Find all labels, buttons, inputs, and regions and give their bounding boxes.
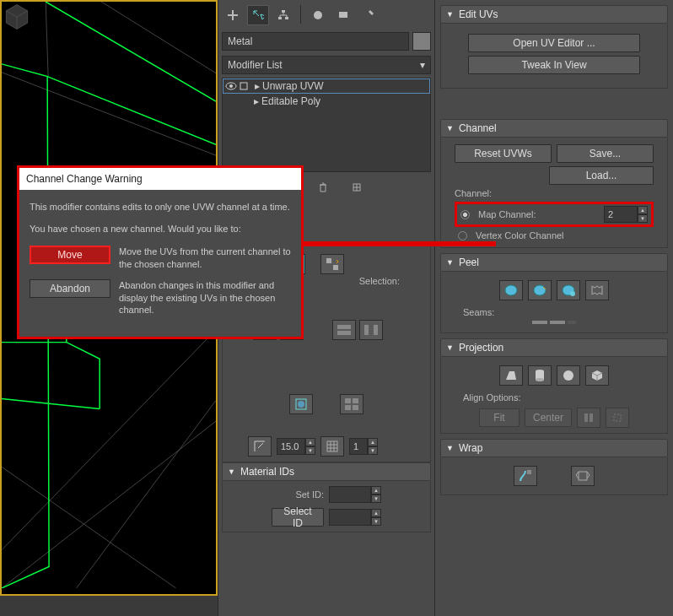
projection-rollout: ▼ Projection Align Options: Fit Center — [440, 338, 668, 434]
loop-selection-icon[interactable] — [332, 320, 356, 340]
svg-line-1 — [2, 421, 216, 588]
svg-point-17 — [314, 11, 322, 19]
svg-rect-36 — [337, 325, 351, 329]
modifier-list-dropdown[interactable]: Modifier List ▾ — [222, 56, 431, 74]
peel-mode-icon[interactable] — [528, 280, 552, 300]
svg-rect-15 — [278, 17, 282, 19]
svg-rect-37 — [337, 331, 351, 335]
center-button[interactable]: Center — [525, 408, 572, 427]
svg-line-5 — [101, 2, 216, 73]
svg-line-0 — [2, 330, 216, 550]
svg-rect-43 — [353, 398, 358, 403]
map-channel-input[interactable] — [604, 206, 638, 223]
fit-button[interactable]: Fit — [479, 408, 520, 427]
svg-point-48 — [534, 285, 546, 295]
svg-rect-31 — [333, 265, 338, 270]
smoothing-group-icon[interactable] — [248, 436, 272, 457]
planar-map-icon[interactable] — [499, 365, 523, 386]
rollout-title: Projection — [459, 342, 503, 354]
quick-peel-icon[interactable] — [499, 280, 523, 300]
spherical-map-icon[interactable] — [557, 365, 580, 386]
display-tab[interactable] — [332, 5, 354, 25]
peel-reset-icon[interactable] — [557, 280, 580, 300]
configure-sets-icon[interactable] — [345, 177, 369, 197]
projection-header[interactable]: ▼ Projection — [440, 338, 668, 357]
peel-header[interactable]: ▼ Peel — [440, 253, 668, 272]
load-uvw-button[interactable]: Load... — [549, 166, 654, 185]
object-color-swatch[interactable] — [412, 32, 431, 51]
mat-id-icon[interactable] — [340, 394, 363, 414]
svg-line-6 — [46, 2, 48, 77]
svg-line-2 — [2, 467, 176, 588]
map-channel-spinner[interactable]: ▲▼ — [604, 206, 648, 223]
utilities-tab[interactable] — [358, 5, 380, 25]
rollout-title: Channel — [459, 122, 497, 134]
svg-rect-46 — [327, 441, 337, 451]
smoothing-angle-input[interactable] — [277, 438, 305, 455]
grid-value-input[interactable] — [349, 438, 368, 455]
modify-tab[interactable] — [247, 5, 269, 25]
modifier-row-editable-poly[interactable]: ▸ Editable Poly — [223, 94, 430, 109]
grid-spinner[interactable]: ▲▼ — [349, 438, 378, 455]
svg-point-54 — [563, 370, 573, 381]
tweak-in-view-button[interactable]: Tweak In View — [468, 56, 640, 74]
view-cube-icon[interactable] — [2, 2, 32, 32]
chevron-down-icon: ▾ — [420, 59, 425, 71]
smoothing-angle-spinner[interactable]: ▲▼ — [277, 438, 315, 455]
select-by-element-icon[interactable] — [320, 254, 344, 274]
expand-arrow-icon[interactable]: ▸ — [251, 95, 261, 107]
chevron-down-icon: ▼ — [446, 10, 454, 19]
select-id-input[interactable] — [329, 509, 371, 526]
vertex-color-radio[interactable] — [458, 231, 467, 240]
rollout-title: Peel — [459, 257, 479, 268]
svg-line-9 — [2, 399, 100, 409]
reset-uvws-button[interactable]: Reset UVWs — [455, 144, 552, 163]
svg-rect-56 — [590, 413, 593, 422]
hierarchy-tab[interactable] — [272, 5, 294, 25]
chevron-down-icon: ▼ — [446, 258, 454, 267]
move-button[interactable]: Move — [30, 246, 110, 264]
align-options-label: Align Options: — [463, 392, 662, 403]
channel-header[interactable]: ▼ Channel — [440, 119, 668, 138]
svg-rect-57 — [614, 414, 621, 421]
delete-modifier-icon[interactable] — [311, 177, 335, 197]
svg-rect-16 — [285, 17, 288, 19]
object-name-input[interactable] — [222, 32, 409, 51]
set-id-input[interactable] — [329, 486, 371, 503]
rollout-title: Edit UVs — [459, 8, 498, 20]
select-id-button[interactable]: Select ID — [272, 508, 324, 527]
edit-uvs-header[interactable]: ▼ Edit UVs — [440, 5, 668, 24]
box-map-icon[interactable] — [585, 365, 609, 386]
spline-map-icon[interactable] — [514, 466, 537, 486]
save-uvw-button[interactable]: Save... — [557, 144, 654, 163]
svg-rect-39 — [374, 325, 378, 335]
visibility-toggle-icon[interactable] — [225, 81, 252, 91]
pelt-map-icon[interactable] — [585, 280, 609, 300]
modifier-stack[interactable]: ▸ Unwrap UVW ▸ Editable Poly — [222, 78, 431, 172]
chevron-down-icon: ▼ — [446, 343, 454, 352]
material-ids-rollout: ▼ Material IDs Set ID: ▲▼ Select ID ▲▼ — [222, 462, 431, 532]
seams-label: Seams: — [463, 307, 662, 317]
channel-label: Channel: — [455, 188, 654, 198]
open-uv-editor-button[interactable]: Open UV Editor ... — [468, 34, 640, 52]
normal-align-icon[interactable] — [606, 408, 629, 428]
unfold-map-icon[interactable] — [571, 466, 595, 486]
select-id-spinner[interactable]: ▲▼ — [329, 509, 381, 526]
abandon-button[interactable]: Abandon — [30, 279, 110, 298]
create-tab[interactable] — [222, 5, 244, 25]
dialog-title: Channel Change Warning — [19, 168, 301, 190]
modifier-row-unwrap[interactable]: ▸ Unwrap UVW — [223, 78, 430, 94]
grid-icon[interactable] — [320, 436, 344, 457]
set-id-spinner[interactable]: ▲▼ — [329, 486, 381, 503]
motion-tab[interactable] — [307, 5, 329, 25]
planar-angle-icon[interactable] — [289, 394, 313, 414]
cylindrical-map-icon[interactable] — [528, 365, 552, 386]
expand-arrow-icon[interactable]: ▸ — [252, 80, 262, 92]
svg-rect-44 — [345, 405, 351, 410]
ring-selection-icon[interactable] — [359, 320, 383, 340]
wrap-header[interactable]: ▼ Wrap — [440, 439, 668, 457]
svg-point-20 — [229, 84, 233, 88]
map-channel-radio[interactable] — [460, 210, 470, 219]
material-ids-header[interactable]: ▼ Material IDs — [222, 462, 431, 481]
align-x-icon[interactable] — [577, 408, 600, 428]
